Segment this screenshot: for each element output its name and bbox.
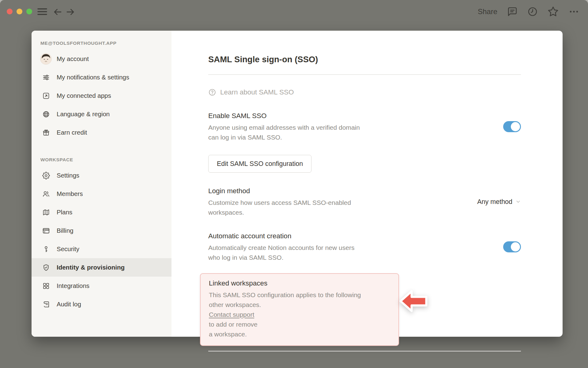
contact-support-link[interactable]: Contact support xyxy=(209,311,254,318)
sidebar-item-label: Members xyxy=(57,190,83,197)
title-divider xyxy=(208,74,521,75)
page-title: SAML Single sign-on (SSO) xyxy=(208,53,521,66)
login-method-heading: Login method xyxy=(208,186,351,196)
sidebar-item-label: Billing xyxy=(57,227,74,234)
login-method-dropdown[interactable]: Any method xyxy=(477,198,521,206)
sidebar-item-audit-log[interactable]: Audit log xyxy=(32,295,172,313)
credit-card-icon xyxy=(40,225,52,236)
sidebar-item-language-region[interactable]: Language & region xyxy=(32,105,172,123)
sidebar-item-identity-provisioning[interactable]: Identity & provisioning xyxy=(32,258,172,277)
browser-window: Share xyxy=(0,0,588,368)
audit-log-icon xyxy=(40,298,52,310)
maximize-window-button[interactable] xyxy=(26,9,32,14)
sidebar-item-notifications-settings[interactable]: My notifications & settings xyxy=(32,68,172,86)
sidebar-item-label: Integrations xyxy=(57,282,89,289)
members-icon xyxy=(40,188,52,200)
enable-saml-toggle[interactable] xyxy=(503,121,521,132)
window-controls xyxy=(7,9,32,14)
bottom-divider xyxy=(208,351,521,351)
chevron-down-icon xyxy=(515,199,521,205)
gift-icon xyxy=(40,127,52,138)
back-icon[interactable] xyxy=(53,7,62,17)
sidebar-item-label: My connected apps xyxy=(57,92,111,99)
toggle-knob xyxy=(511,122,520,131)
sidebar-item-label: Settings xyxy=(57,172,79,179)
forward-icon[interactable] xyxy=(66,7,75,17)
saml-sso-settings-panel: SAML Single sign-on (SSO) Learn about SA… xyxy=(172,31,563,337)
sidebar-item-settings[interactable]: Settings xyxy=(32,166,172,185)
grid-icon xyxy=(40,280,52,292)
toggle-knob xyxy=(511,242,520,251)
sidebar-item-label: My account xyxy=(57,55,89,63)
sidebar-item-label: Security xyxy=(57,245,79,253)
close-window-button[interactable] xyxy=(7,9,13,14)
sidebar-item-members[interactable]: Members xyxy=(32,185,172,203)
browser-chrome: Share xyxy=(0,0,588,23)
favorite-icon[interactable] xyxy=(548,6,559,17)
minimize-window-button[interactable] xyxy=(17,9,22,14)
enable-saml-description: Anyone using email addresses with a veri… xyxy=(208,123,360,142)
login-method-description: Customize how users access SAML SSO-enab… xyxy=(208,198,351,217)
chrome-actions: Share xyxy=(478,0,579,23)
map-icon xyxy=(40,206,52,218)
sidebar-item-connected-apps[interactable]: My connected apps xyxy=(32,86,172,105)
arrow-up-right-square-icon xyxy=(40,90,52,102)
auto-account-description: Automatically create Notion accounts for… xyxy=(208,243,354,263)
account-email-header: ME@TOOLSFORTHOUGHT.APP xyxy=(32,40,172,47)
linked-workspaces-heading: Linked workspaces xyxy=(209,278,390,288)
gear-icon xyxy=(40,170,52,181)
enable-saml-section: Enable SAML SSO Anyone using email addre… xyxy=(208,111,521,142)
history-icon[interactable] xyxy=(527,6,538,17)
linked-workspaces-highlight: Linked workspaces This SAML SSO configur… xyxy=(200,273,399,346)
sidebar-item-integrations[interactable]: Integrations xyxy=(32,277,172,295)
sidebar-item-earn-credit[interactable]: Earn credit xyxy=(32,123,172,142)
sidebar-item-label: Earn credit xyxy=(57,129,87,136)
login-method-section: Login method Customize how users access … xyxy=(208,186,521,217)
sidebar-item-billing[interactable]: Billing xyxy=(32,221,172,240)
linked-workspaces-description: This SAML SSO configuration applies to t… xyxy=(209,290,390,339)
help-circle-icon xyxy=(208,88,216,96)
share-button[interactable]: Share xyxy=(478,7,497,16)
globe-icon xyxy=(40,108,52,120)
learn-about-saml-link[interactable]: Learn about SAML SSO xyxy=(208,88,294,96)
key-icon xyxy=(40,243,52,255)
sidebar-item-security[interactable]: Security xyxy=(32,240,172,258)
sliders-icon xyxy=(40,71,52,83)
shield-check-icon xyxy=(40,262,52,273)
sidebar-item-label: Identity & provisioning xyxy=(57,264,125,271)
auto-account-section: Automatic account creation Automatically… xyxy=(208,231,521,263)
settings-sidebar: ME@TOOLSFORTHOUGHT.APP My account xyxy=(32,31,172,337)
sidebar-item-my-account[interactable]: My account xyxy=(32,50,172,68)
workspace-section-header: WORKSPACE xyxy=(32,156,172,163)
annotation-arrow-icon xyxy=(398,288,429,315)
comments-icon[interactable] xyxy=(507,6,518,17)
auto-account-heading: Automatic account creation xyxy=(208,231,354,241)
enable-saml-heading: Enable SAML SSO xyxy=(208,111,360,121)
learn-link-label: Learn about SAML SSO xyxy=(220,88,294,96)
more-options-icon[interactable] xyxy=(568,10,579,13)
sidebar-item-plans[interactable]: Plans xyxy=(32,203,172,221)
login-method-value: Any method xyxy=(477,198,512,206)
settings-dialog: ME@TOOLSFORTHOUGHT.APP My account xyxy=(32,31,563,337)
menu-icon[interactable] xyxy=(37,7,48,16)
sidebar-item-label: Language & region xyxy=(57,110,110,118)
edit-saml-config-button[interactable]: Edit SAML SSO configuration xyxy=(208,155,311,173)
auto-account-toggle[interactable] xyxy=(503,241,521,252)
sidebar-item-label: Audit log xyxy=(57,301,81,308)
sidebar-item-label: My notifications & settings xyxy=(57,74,129,81)
avatar xyxy=(40,53,52,65)
sidebar-item-label: Plans xyxy=(57,209,72,216)
